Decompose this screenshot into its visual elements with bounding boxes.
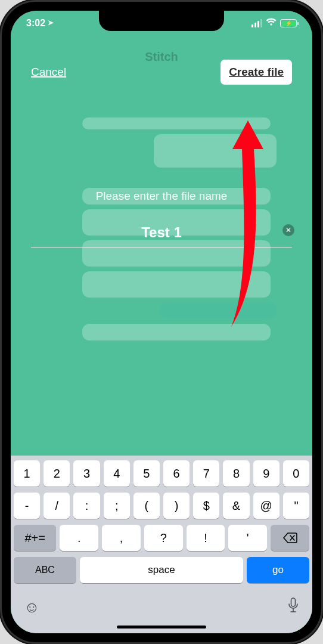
key-r1-1[interactable]: 2 [44,460,70,487]
svg-rect-0 [291,598,296,606]
clear-input-icon[interactable]: ✕ [282,224,294,236]
dictation-icon[interactable] [287,597,299,617]
key-space[interactable]: space [80,557,243,583]
wifi-icon [266,18,277,29]
location-icon: ➤ [48,18,54,27]
key-r1-7[interactable]: 8 [223,460,249,487]
key-r2-2[interactable]: : [73,493,100,519]
key-r1-2[interactable]: 3 [73,460,100,487]
cancel-button[interactable]: Cancel [31,66,66,79]
key-comma[interactable]: , [102,525,141,551]
key-abc[interactable]: ABC [14,557,76,583]
emoji-icon[interactable]: ☺ [24,598,40,617]
filename-input[interactable] [31,221,292,247]
key-r1-6[interactable]: 7 [193,460,219,487]
key-r2-6[interactable]: $ [193,493,219,519]
key-r2-7[interactable]: & [223,493,249,519]
key-r2-3[interactable]: ; [104,493,130,519]
key-r2-5[interactable]: ) [163,493,190,519]
battery-icon: ⚡ [280,19,297,27]
key-backspace[interactable] [271,525,309,551]
key-r1-3[interactable]: 4 [104,460,130,487]
key-r1-4[interactable]: 5 [133,460,160,487]
key-period[interactable]: . [60,525,98,551]
key-r1-9[interactable]: 0 [283,460,309,487]
status-time: 3:02 [26,18,45,28]
key-numpunct[interactable]: #+= [14,525,56,551]
prompt-label: Please enter the file name [11,190,312,203]
key-apostrophe[interactable]: ' [228,525,267,551]
key-exclaim[interactable]: ! [187,525,225,551]
key-go[interactable]: go [247,557,309,583]
key-r2-4[interactable]: ( [133,493,160,519]
home-indicator[interactable] [117,626,206,628]
key-r2-0[interactable]: - [14,493,40,519]
key-r1-5[interactable]: 6 [163,460,190,487]
keyboard: 1234567890 -/:;()$&@" #+= . , ? ! ' ABC … [11,456,312,633]
key-r2-1[interactable]: / [44,493,70,519]
key-r1-0[interactable]: 1 [14,460,40,487]
key-r2-8[interactable]: @ [253,493,279,519]
create-file-button[interactable]: Create file [220,60,292,85]
key-question[interactable]: ? [144,525,183,551]
key-r1-8[interactable]: 9 [253,460,279,487]
signal-icon [251,19,262,27]
key-r2-9[interactable]: " [283,493,309,519]
